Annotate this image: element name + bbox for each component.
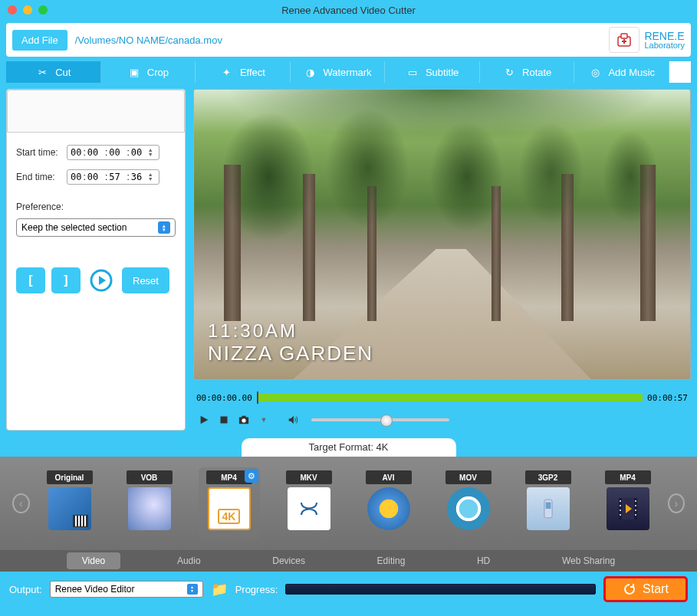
svg-point-5 <box>242 418 245 422</box>
folder-icon[interactable]: 📁 <box>211 581 228 598</box>
cut-settings-panel: Start time: 00 : 00 : 00 : 00 ▲▼ End tim… <box>6 89 186 431</box>
volume-icon[interactable] <box>287 414 299 426</box>
format-badge: VOB <box>127 470 173 484</box>
chevron-updown-icon <box>187 584 198 595</box>
format-avi[interactable]: AVI <box>358 467 419 539</box>
sparkle-icon: ✦ <box>220 65 234 79</box>
add-file-button[interactable]: Add File <box>12 30 67 51</box>
svg-point-19 <box>635 514 636 516</box>
format-mp4[interactable]: MP4 <box>597 467 659 539</box>
category-editing[interactable]: Editing <box>362 552 421 569</box>
output-value: Renee Video Editor <box>55 584 135 595</box>
format-vob[interactable]: VOB <box>119 467 180 539</box>
wmp-icon <box>367 487 410 530</box>
category-web[interactable]: Web Sharing <box>547 552 630 569</box>
timeline-bar[interactable] <box>257 394 643 401</box>
video-preview[interactable]: 11:30AM NIZZA GARDEN <box>193 89 691 380</box>
end-s: 57 <box>109 172 120 182</box>
start-h: 00 <box>71 147 81 158</box>
end-time-row: End time: 00 : 00 : 57 : 36 ▲▼ <box>16 169 176 185</box>
video-overlay-text: 11:30AM NIZZA GARDEN <box>208 320 373 365</box>
category-audio[interactable]: Audio <box>162 552 216 569</box>
globe-icon <box>48 487 91 530</box>
end-time-input[interactable]: 00 : 00 : 57 : 36 ▲▼ <box>67 169 159 185</box>
start-f: 00 <box>131 147 142 158</box>
logo-icon <box>609 27 639 53</box>
start-time-input[interactable]: 00 : 00 : 00 : 00 ▲▼ <box>67 145 159 160</box>
svg-point-16 <box>635 500 636 502</box>
end-stepper[interactable]: ▲▼ <box>145 172 156 182</box>
topbar: Add File /Volumes/NO NAME/canada.mov REN… <box>6 23 691 57</box>
music-icon: ◎ <box>588 65 602 79</box>
tab-cut[interactable]: ✂ Cut <box>6 61 101 83</box>
category-hd[interactable]: HD <box>462 552 505 569</box>
category-tabs: Video Audio Devices Editing HD Web Shari… <box>0 550 697 572</box>
film-icon <box>607 487 649 530</box>
tab-subtitle[interactable]: ▭ Subtitle <box>385 61 480 83</box>
preview-panel: 11:30AM NIZZA GARDEN 00:00:00.00 00:00:5… <box>193 89 691 431</box>
play-icon[interactable] <box>198 414 210 426</box>
format-badge: Original <box>47 470 93 484</box>
next-formats-button[interactable]: › <box>668 493 685 513</box>
svg-point-15 <box>620 514 621 516</box>
chevron-down-icon[interactable]: ▼ <box>258 414 270 426</box>
tab-effect[interactable]: ✦ Effect <box>196 61 291 83</box>
tab-subtitle-label: Subtitle <box>426 67 459 78</box>
volume-slider[interactable] <box>311 418 449 421</box>
start-stepper[interactable]: ▲▼ <box>145 148 156 157</box>
preference-value: Keep the selected section <box>21 222 127 233</box>
overlay-time: 11:30AM <box>208 320 373 342</box>
tab-addmusic-label: Add Music <box>608 67 655 78</box>
prev-formats-button[interactable]: ‹ <box>12 493 30 513</box>
mark-out-button[interactable]: ] <box>51 267 81 293</box>
output-select[interactable]: Renee Video Editor <box>50 581 203 598</box>
tab-watermark-label: Watermark <box>323 67 371 78</box>
tab-addmusic[interactable]: ◎ Add Music <box>574 61 669 83</box>
start-time-label: Start time: <box>16 147 62 158</box>
format-strip: ‹ Original VOB MP4 MKV AVI MOV 3GP2 <box>0 457 697 550</box>
timecode-start: 00:00:00.00 <box>196 393 252 403</box>
svg-rect-1 <box>621 34 627 38</box>
play-button[interactable] <box>87 267 116 293</box>
bottom-bar: Output: Renee Video Editor 📁 Progress: S… <box>0 572 697 607</box>
tab-effect-label: Effect <box>240 67 265 78</box>
subtitle-icon: ▭ <box>406 65 419 79</box>
svg-point-17 <box>635 505 636 506</box>
format-mov[interactable]: MOV <box>438 467 499 539</box>
timeline[interactable]: 00:00:00.00 00:00:57 <box>193 386 691 409</box>
svg-rect-6 <box>242 416 245 418</box>
toolbar: ✂ Cut ▣ Crop ✦ Effect ◑ Watermark ▭ Subt… <box>6 61 691 83</box>
file-path: /Volumes/NO NAME/canada.mov <box>75 34 222 46</box>
end-f: 36 <box>131 172 142 182</box>
target-format-label: Target Format: 4K <box>242 438 456 457</box>
start-button[interactable]: Start <box>603 576 688 602</box>
format-badge: MKV <box>286 470 332 484</box>
overlay-place: NIZZA GARDEN <box>208 342 373 365</box>
category-video[interactable]: Video <box>67 552 120 569</box>
format-badge: 3GP2 <box>525 470 571 484</box>
reset-button[interactable]: Reset <box>122 267 169 293</box>
format-3gp2[interactable]: 3GP2 <box>518 467 579 539</box>
tab-crop[interactable]: ▣ Crop <box>101 61 196 83</box>
tab-watermark[interactable]: ◑ Watermark <box>291 61 386 83</box>
disc-icon <box>128 487 171 530</box>
format-original[interactable]: Original <box>39 467 100 539</box>
4k-icon <box>208 487 251 530</box>
end-h: 00 <box>71 172 81 182</box>
end-time-label: End time: <box>16 172 62 182</box>
category-devices[interactable]: Devices <box>257 552 321 569</box>
rotate-icon: ↻ <box>502 65 516 79</box>
preference-select[interactable]: Keep the selected section <box>16 218 176 237</box>
tab-rotate[interactable]: ↻ Rotate <box>480 61 575 83</box>
camera-icon[interactable] <box>238 414 250 426</box>
preference-label: Preference: <box>16 202 176 212</box>
refresh-icon <box>623 582 636 596</box>
tab-rotate-label: Rotate <box>522 67 551 78</box>
mark-in-button[interactable]: [ <box>16 267 45 293</box>
toolbar-overflow[interactable] <box>669 61 691 83</box>
format-mkv[interactable]: MKV <box>278 467 340 539</box>
stop-icon[interactable] <box>218 414 230 426</box>
logo: RENE.E Laboratory <box>609 27 685 53</box>
format-mp4-4k[interactable]: MP4 <box>199 467 260 539</box>
thumbnail-strip <box>7 90 185 133</box>
